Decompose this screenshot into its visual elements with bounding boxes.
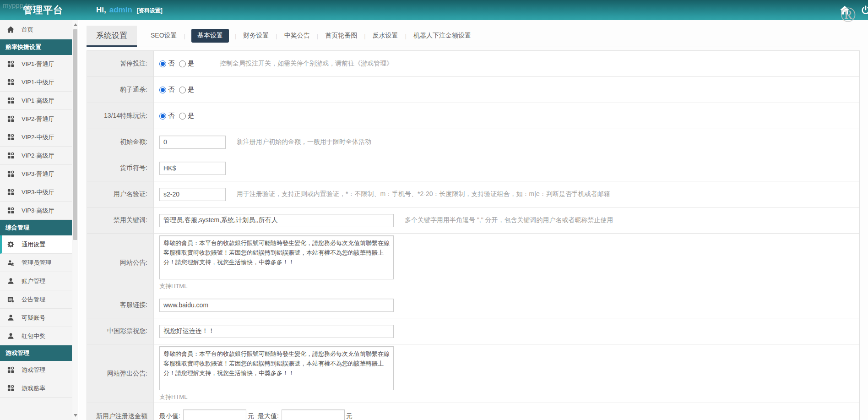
tab-finance-settings[interactable]: 财务设置 — [242, 29, 270, 43]
rooms-grid-icon — [7, 189, 14, 196]
rooms-grid-icon — [7, 97, 14, 104]
form-row-currency-symbol: 货币符号: — [87, 155, 859, 181]
registered-watermark: ® — [840, 5, 856, 26]
field-label: 网站弹出公告: — [87, 344, 154, 403]
profile-settings-link[interactable]: [资料设置] — [137, 7, 163, 15]
sidebar-item-home[interactable]: 首页 — [0, 20, 72, 39]
sidebar-item-vip1-high[interactable]: VIP1-高级厅 — [0, 92, 72, 110]
rooms-grid-icon — [7, 115, 14, 122]
max-value-label: 最大值: — [258, 412, 279, 420]
sidebar-item-game-management[interactable]: 游戏管理 — [0, 361, 72, 379]
radio-no[interactable] — [159, 60, 166, 67]
field-label: 用户名验证: — [87, 181, 154, 207]
sidebar-scrollbar[interactable] — [72, 20, 78, 420]
user-greeting: Hi, admin [资料设置] — [96, 5, 163, 15]
radio-no[interactable] — [159, 87, 166, 93]
sidebar-item-redpacket-winning[interactable]: 红包中奖 — [0, 327, 72, 345]
form-row-username-validation: 用户名验证: 用于注册验证，支持正则或内置验证，*：不限制、m：手机号、*2-2… — [87, 181, 859, 207]
field-hint: 新注册用户初始的金额，一般用于限时全体活动 — [237, 138, 371, 146]
form-row-support-link: 客服链接: — [87, 292, 859, 318]
radio-no[interactable] — [159, 113, 166, 120]
sidebar-item-vip2-high[interactable]: VIP2-高级厅 — [0, 147, 72, 165]
tab-winning-announcement[interactable]: 中奖公告 — [283, 29, 311, 43]
sidebar-item-vip2-mid[interactable]: VIP2-中级厅 — [0, 128, 72, 147]
radio-option-yes[interactable]: 是 — [179, 112, 194, 120]
scroll-up-icon[interactable] — [74, 23, 77, 26]
sidebar-item-account-management[interactable]: 账户管理 — [0, 272, 72, 290]
supports-html-note: 支持HTML — [159, 393, 187, 401]
sidebar-item-vip3-mid[interactable]: VIP3-中级厅 — [0, 183, 72, 202]
sidebar-item-vip3-normal[interactable]: VIP3-普通厅 — [0, 165, 72, 183]
tab-rebate-settings[interactable]: 反水设置 — [372, 29, 399, 43]
field-label: 新用户注册送金额 — [87, 403, 154, 420]
user-icon — [7, 278, 14, 284]
rooms-grid-icon — [7, 366, 14, 373]
min-value-label: 最小值: — [159, 412, 180, 420]
field-label: 暂停投注: — [87, 51, 154, 76]
field-label: 初始金额: — [87, 129, 154, 155]
rooms-grid-icon — [7, 152, 14, 159]
settings-tab-bar: 系统设置 SEO设置 基本设置 财务设置 中奖公告 首页轮番图 反水设置 机器人… — [87, 26, 860, 47]
radio-yes[interactable] — [179, 60, 186, 67]
form-row-pause-betting: 暂停投注: 否 是 控制全局投注开关，如需关停个别游戏，请前往《游戏管理》 — [87, 51, 859, 77]
scrollbar-thumb[interactable] — [73, 29, 77, 240]
tab-robot-bet-amount-settings[interactable]: 机器人下注金额设置 — [412, 29, 472, 43]
sidebar-item-vip2-normal[interactable]: VIP2-普通厅 — [0, 110, 72, 128]
field-label: 客服链接: — [87, 292, 154, 318]
field-label: 货币符号: — [87, 155, 154, 181]
radio-option-yes[interactable]: 是 — [179, 86, 194, 94]
sidebar-item-admin-management[interactable]: 管理员管理 — [0, 254, 72, 272]
username-validation-input[interactable] — [159, 188, 226, 201]
sidebar-item-suspicious-accounts[interactable]: 可疑账号 — [0, 309, 72, 327]
initial-amount-input[interactable] — [159, 136, 226, 149]
scroll-down-icon[interactable] — [74, 414, 77, 417]
radio-yes[interactable] — [179, 113, 186, 120]
form-row-initial-amount: 初始金额: 新注册用户初始的金额，一般用于限时全体活动 — [87, 129, 859, 155]
rooms-grid-icon — [7, 79, 14, 86]
sidebar-item-vip1-mid[interactable]: VIP1-中级厅 — [0, 73, 72, 92]
field-label: 禁用关键词: — [87, 207, 154, 233]
sidebar-item-vip1-normal[interactable]: VIP1-普通厅 — [0, 55, 72, 73]
field-hint: 用于注册验证，支持正则或内置验证，*：不限制、m：手机号、*2-20：长度限制，… — [237, 190, 610, 198]
popup-announcement-textarea[interactable]: 尊敬的會員：本平台的收款銀行賬號可能隨時發生變化，請您務必每次充值前聯繫在線客服… — [159, 346, 394, 390]
rooms-grid-icon — [7, 60, 14, 67]
form-row-leopard-kill: 豹子通杀: 否 是 — [87, 77, 859, 103]
news-icon — [7, 296, 14, 303]
tab-group-title: 系统设置 — [87, 26, 137, 47]
sidebar-item-game-odds[interactable]: 游戏赔率 — [0, 379, 72, 398]
currency-symbol-input[interactable] — [159, 162, 226, 175]
form-row-banned-keywords: 禁用关键词: 多个关键字用用半角逗号 "," 分开，包含关键词的用户名或者昵称禁… — [87, 207, 859, 234]
radio-option-no[interactable]: 否 — [159, 112, 174, 120]
field-label: 网站公告: — [87, 234, 154, 292]
supports-html-note: 支持HTML — [159, 282, 187, 290]
support-link-input[interactable] — [159, 299, 394, 312]
rooms-grid-icon — [7, 134, 14, 141]
tab-home-carousel[interactable]: 首页轮番图 — [324, 29, 358, 43]
field-hint: 控制全局投注开关，如需关停个别游戏，请前往《游戏管理》 — [220, 60, 393, 68]
sidebar-nav: 首页 赔率快捷设置 VIP1-普通厅 VIP1-中级厅 VIP1-高级厅 VIP… — [0, 20, 72, 420]
lottery-wish-input[interactable] — [159, 325, 394, 338]
sidebar-item-general-settings[interactable]: 通用设置 — [0, 235, 72, 254]
settings-form: 暂停投注: 否 是 控制全局投注开关，如需关停个别游戏，请前往《游戏管理》 豹子… — [87, 50, 860, 420]
sidebar-item-label: 首页 — [22, 26, 33, 34]
site-watermark: myppp.top — [3, 1, 35, 9]
form-row-special-play: 13/14特殊玩法: 否 是 — [87, 103, 859, 129]
gear-icon — [7, 241, 14, 248]
bonus-min-input[interactable] — [183, 409, 246, 420]
site-announcement-textarea[interactable]: 尊敬的會員：本平台的收款銀行賬號可能隨時發生變化，請您務必每次充值前聯繫在線客服… — [159, 235, 394, 279]
sidebar-item-vip3-high[interactable]: VIP3-高级厅 — [0, 202, 72, 220]
tab-basic-settings[interactable]: 基本设置 — [191, 29, 229, 43]
banned-keywords-input[interactable] — [159, 214, 394, 227]
rooms-grid-icon — [7, 385, 14, 392]
radio-option-no[interactable]: 否 — [159, 86, 174, 94]
user-icon — [7, 314, 14, 321]
radio-yes[interactable] — [179, 87, 186, 93]
power-icon[interactable] — [861, 5, 868, 15]
radio-option-no[interactable]: 否 — [159, 60, 174, 68]
form-row-lottery-wish: 中国彩票祝您: — [87, 318, 859, 344]
tab-seo-settings[interactable]: SEO设置 — [150, 29, 178, 43]
radio-option-yes[interactable]: 是 — [179, 60, 194, 68]
sidebar-item-announcement-management[interactable]: 公告管理 — [0, 290, 72, 309]
main-content: 系统设置 SEO设置 基本设置 财务设置 中奖公告 首页轮番图 反水设置 机器人… — [79, 20, 868, 420]
bonus-max-input[interactable] — [282, 409, 345, 420]
